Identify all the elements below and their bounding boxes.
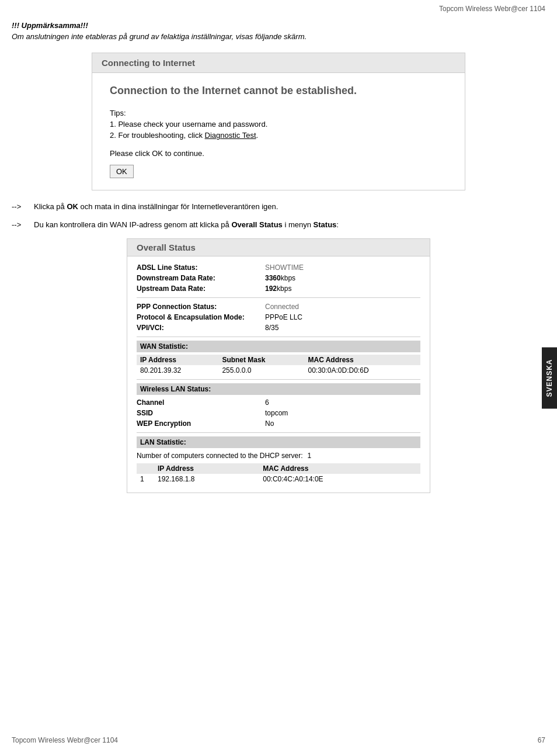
tip2-prefix: 2. For troubleshooting, click [110, 131, 205, 140]
divider-3 [137, 379, 420, 380]
wireless-lan-header: Wireless LAN Status: [137, 383, 420, 395]
adsl-line-status-value: SHOWTIME [265, 263, 304, 272]
ppp-status-row: PPP Connection Status: Connected [137, 301, 420, 312]
protocol-value: PPPoE LLC [265, 313, 302, 321]
downstream-rate-row: Downstream Data Rate: 3360kbps [137, 273, 420, 283]
divider-1 [137, 297, 420, 298]
wan-ip-value: 80.201.39.32 [137, 365, 218, 376]
lan-mac-value: 00:C0:4C:A0:14:0E [259, 474, 420, 484]
warning-subtitle: Om anslutningen inte etableras på grund … [12, 32, 545, 41]
instruction-1-text: Klicka på OK och mata in dina inställnin… [34, 202, 278, 211]
diagnostic-test-link[interactable]: Diagnostic Test [205, 131, 256, 140]
please-click-text: Please click OK to continue. [110, 149, 447, 158]
wan-data-row: 80.201.39.32 255.0.0.0 00:30:0A:0D:D0:6D [137, 365, 420, 376]
divider-2 [137, 337, 420, 337]
footer-right: 67 [538, 736, 545, 744]
tip2-suffix: . [256, 131, 259, 140]
channel-label: Channel [137, 398, 265, 407]
wep-row: WEP Encryption No [137, 418, 420, 429]
wan-col-ip: IP Address [137, 355, 218, 365]
ok-button[interactable]: OK [110, 165, 134, 178]
tips-label: Tips: [110, 109, 447, 117]
protocol-row: Protocol & Encapsulation Mode: PPPoE LLC [137, 312, 420, 322]
wan-subnet-value: 255.0.0.0 [218, 365, 304, 376]
vpivci-value: 8/35 [265, 324, 278, 332]
ssid-label: SSID [137, 409, 265, 417]
overall-status-header: Overall Status [127, 239, 430, 256]
ssid-row: SSID topcom [137, 408, 420, 418]
overall-status-body: ADSL Line Status: SHOWTIME Downstream Da… [127, 256, 430, 493]
dhcp-count-value: 1 [308, 452, 312, 460]
channel-row: Channel 6 [137, 397, 420, 408]
vpivci-row: VPI/VCI: 8/35 [137, 322, 420, 333]
adsl-line-status-label: ADSL Line Status: [137, 263, 265, 272]
divider-4 [137, 432, 420, 433]
lan-col-ip: IP Address [154, 463, 259, 474]
main-content: !!! Uppmärksamma!!! Om anslutningen inte… [0, 15, 557, 537]
upstream-rate-value: 192kbps [265, 285, 291, 293]
warning-section: !!! Uppmärksamma!!! Om anslutningen inte… [12, 21, 545, 41]
tip2: 2. For troubleshooting, click Diagnostic… [110, 131, 447, 140]
page-header: Topcom Wireless Webr@cer 1104 [0, 0, 557, 15]
overall-status-bold: Overall Status [231, 220, 282, 229]
channel-value: 6 [265, 398, 269, 407]
connecting-body: Connection to the Internet cannot be est… [92, 73, 465, 190]
wan-col-subnet: Subnet Mask [218, 355, 304, 365]
tip1: 1. Please check your username and passwo… [110, 120, 447, 129]
instruction-2: --> Du kan kontrollera din WAN IP-adress… [12, 220, 545, 229]
instruction-1: --> Klicka på OK och mata in dina instäl… [12, 202, 545, 211]
status-bold: Status [314, 220, 337, 229]
lan-statistic-header: LAN Statistic: [137, 436, 420, 448]
connection-error-title: Connection to the Internet cannot be est… [110, 85, 447, 97]
arrow-1: --> [12, 202, 29, 211]
adsl-line-status-row: ADSL Line Status: SHOWTIME [137, 262, 420, 273]
page-footer: Topcom Wireless Webr@cer 1104 67 [0, 736, 557, 744]
lan-table-header-row: IP Address MAC Address [137, 463, 420, 474]
arrow-2: --> [12, 220, 29, 229]
protocol-label: Protocol & Encapsulation Mode: [137, 313, 265, 321]
lan-col-num [137, 463, 154, 474]
lan-row-num: 1 [137, 474, 154, 484]
warning-title: !!! Uppmärksamma!!! [12, 21, 545, 30]
side-tab: SVENSKA [542, 347, 557, 408]
overall-status-box: Overall Status ADSL Line Status: SHOWTIM… [127, 238, 430, 493]
downstream-rate-value: 3360kbps [265, 274, 295, 282]
ppp-status-value: Connected [265, 303, 299, 311]
ppp-status-label: PPP Connection Status: [137, 303, 265, 311]
wan-col-mac: MAC Address [304, 355, 420, 365]
connecting-box: Connecting to Internet Connection to the… [92, 53, 465, 190]
dhcp-count-label: Number of computers connected to the DHC… [137, 452, 303, 460]
ok-bold: OK [67, 202, 78, 211]
upstream-rate-label: Upstream Data Rate: [137, 285, 265, 293]
lan-col-mac: MAC Address [259, 463, 420, 474]
lan-ip-value: 192.168.1.8 [154, 474, 259, 484]
connecting-header: Connecting to Internet [92, 53, 465, 73]
wep-label: WEP Encryption [137, 419, 265, 428]
footer-left: Topcom Wireless Webr@cer 1104 [12, 736, 118, 744]
upstream-rate-row: Upstream Data Rate: 192kbps [137, 283, 420, 294]
downstream-rate-label: Downstream Data Rate: [137, 274, 265, 282]
instruction-2-text: Du kan kontrollera din WAN IP-adress gen… [34, 220, 339, 229]
wan-statistic-header: WAN Statistic: [137, 341, 420, 352]
vpivci-label: VPI/VCI: [137, 324, 265, 332]
dhcp-count-row: Number of computers connected to the DHC… [137, 450, 420, 461]
lan-data-row: 1 192.168.1.8 00:C0:4C:A0:14:0E [137, 474, 420, 484]
lan-table: IP Address MAC Address 1 192.168.1.8 00:… [137, 463, 420, 484]
wan-statistic-table: IP Address Subnet Mask MAC Address 80.20… [137, 355, 420, 376]
ssid-value: topcom [265, 409, 288, 417]
tips-section: Tips: 1. Please check your username and … [110, 109, 447, 140]
wan-mac-value: 00:30:0A:0D:D0:6D [304, 365, 420, 376]
header-title: Topcom Wireless Webr@cer 1104 [439, 5, 545, 13]
wan-table-header-row: IP Address Subnet Mask MAC Address [137, 355, 420, 365]
wep-value: No [265, 419, 274, 428]
